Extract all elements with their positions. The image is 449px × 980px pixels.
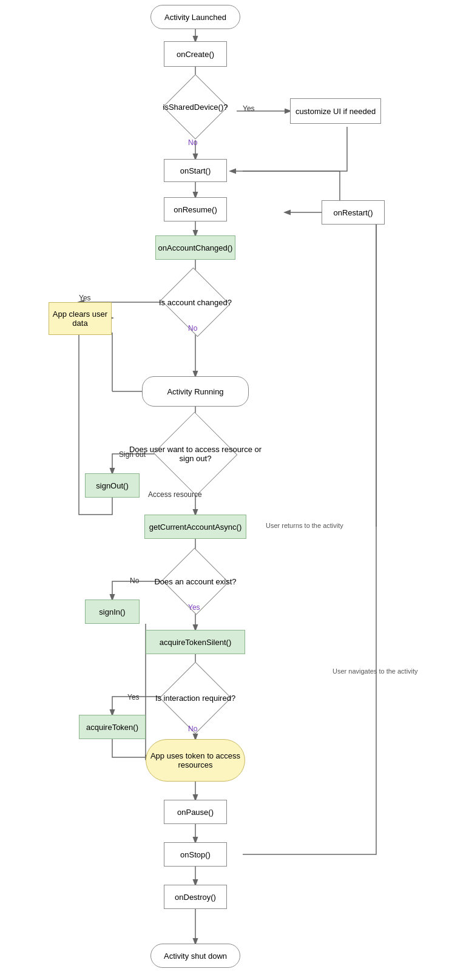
activity-shutdown-node: Activity shut down <box>150 944 240 968</box>
acquiretoken-node: acquireToken() <box>79 715 146 739</box>
signin-node: signIn() <box>85 600 140 624</box>
appusestoken-label: App uses token to access resources <box>146 751 245 769</box>
oncreate-label: onCreate() <box>177 50 214 59</box>
getcurrentaccount-label: getCurrentAccountAsync() <box>149 522 241 532</box>
acquiretoken-label: acquireToken() <box>86 723 138 732</box>
ondestroy-label: onDestroy() <box>175 893 216 902</box>
onresume-node: onResume() <box>164 197 227 221</box>
onstart-node: onStart() <box>164 159 227 182</box>
isinteraction-diamond <box>160 662 232 734</box>
onstop-node: onStop() <box>164 842 227 867</box>
arrows-svg <box>0 0 449 980</box>
activity-running-node: Activity Running <box>142 376 249 407</box>
user-returns-label: User returns to the activity <box>266 522 343 529</box>
onaccountchanged-label: onAccountChanged() <box>158 243 233 252</box>
activity-running-label: Activity Running <box>167 387 223 396</box>
access-resource-label: Access resource <box>148 490 202 499</box>
no-label-isshared: No <box>188 138 197 147</box>
customize-ui-node: customize UI if needed <box>290 98 381 124</box>
signout-node: signOut() <box>85 473 140 498</box>
signout-label: signOut() <box>96 481 128 490</box>
onaccountchanged-node: onAccountChanged() <box>155 235 235 260</box>
acquiretokensilent-node: acquireTokenSilent() <box>146 630 245 654</box>
app-clears-node: App clears user data <box>49 302 112 335</box>
yes-label-account: Yes <box>79 294 91 302</box>
onrestart-node: onRestart() <box>322 200 385 225</box>
yes-label-account-exist: Yes <box>188 603 200 612</box>
yes-label-isshared: Yes <box>243 104 255 113</box>
customize-ui-label: customize UI if needed <box>295 107 376 116</box>
flowchart: Activity Launched onCreate() isSharedDev… <box>0 0 449 980</box>
onrestart-label: onRestart() <box>333 208 373 217</box>
ondestroy-node: onDestroy() <box>164 885 227 909</box>
app-clears-label: App clears user data <box>49 309 111 328</box>
onresume-label: onResume() <box>174 205 217 214</box>
activity-launched-label: Activity Launched <box>164 13 226 22</box>
doesuserwant-diamond <box>154 412 238 496</box>
no-label-account: No <box>188 324 197 333</box>
onpause-node: onPause() <box>164 800 227 824</box>
isshareddevice-diamond <box>163 74 228 139</box>
no-label-account-exist: No <box>130 576 139 585</box>
onpause-label: onPause() <box>177 808 214 817</box>
activity-launched-node: Activity Launched <box>150 5 240 29</box>
activity-shutdown-label: Activity shut down <box>164 951 227 961</box>
acquiretokensilent-label: acquireTokenSilent() <box>160 638 232 647</box>
user-navigates-label: User navigates to the activity <box>333 667 418 675</box>
onstart-label: onStart() <box>180 166 211 175</box>
signin-label: signIn() <box>99 607 125 617</box>
yes-label-interaction: Yes <box>127 693 140 701</box>
appusestoken-node: App uses token to access resources <box>146 739 245 782</box>
getcurrentaccount-node: getCurrentAccountAsync() <box>144 515 246 539</box>
onstop-label: onStop() <box>180 850 211 859</box>
no-label-interaction: No <box>188 725 197 733</box>
signout-label: Sign out <box>119 450 146 459</box>
oncreate-node: onCreate() <box>164 41 227 67</box>
